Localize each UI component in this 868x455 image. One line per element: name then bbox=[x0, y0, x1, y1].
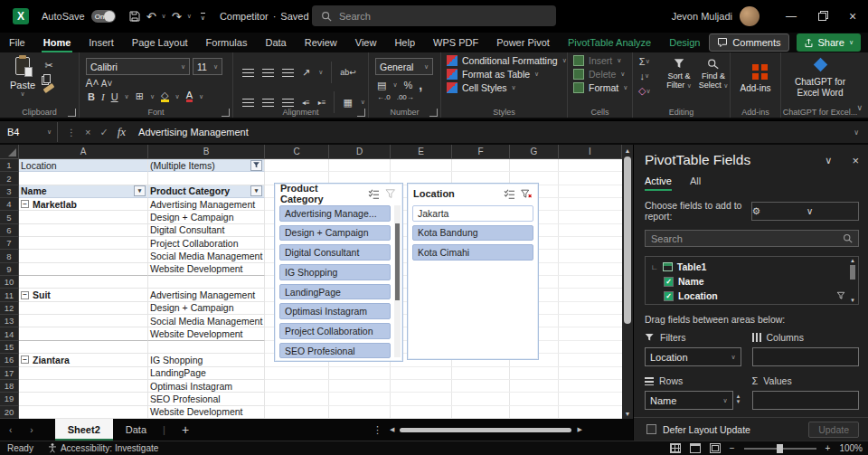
cell-a[interactable]: − ▾ bbox=[19, 367, 148, 380]
collapse-group-icon[interactable]: − bbox=[21, 355, 29, 364]
increase-decimal-icon[interactable]: ←.0 bbox=[377, 93, 391, 101]
ribbon-tab[interactable]: WPS PDF bbox=[424, 33, 487, 52]
cell-b[interactable]: ▾ bbox=[148, 276, 265, 289]
restore-button[interactable] bbox=[807, 0, 837, 33]
enter-icon[interactable]: ✓ bbox=[99, 127, 108, 138]
defer-checkbox[interactable] bbox=[646, 424, 656, 434]
column-header[interactable] bbox=[0, 145, 19, 158]
chevron-down-icon[interactable]: ∨ bbox=[722, 397, 727, 404]
row-number[interactable]: 5 bbox=[0, 211, 19, 223]
cell-b[interactable]: SEO Profesional ▾ bbox=[148, 393, 265, 405]
cell-a[interactable]: − Name ▾ bbox=[19, 185, 148, 198]
row-number[interactable]: 4 bbox=[0, 198, 19, 211]
row-number[interactable]: 10 bbox=[0, 276, 19, 289]
slicer-item[interactable]: Advertising Manage... bbox=[279, 205, 391, 222]
ribbon-tab[interactable]: Data bbox=[256, 33, 295, 52]
ribbon-tab[interactable]: File bbox=[0, 33, 34, 52]
row-number[interactable]: 14 bbox=[0, 327, 19, 340]
ribbon-tab[interactable]: View bbox=[346, 33, 386, 52]
cell-b[interactable]: Advertising Management ▾ bbox=[148, 289, 265, 301]
increase-indent-icon[interactable]: ▸≡ bbox=[318, 99, 326, 107]
cell-b[interactable]: Optimasi Instagram ▾ bbox=[148, 380, 265, 393]
cell-a[interactable]: − Suit ▾ bbox=[19, 289, 148, 301]
slicer-item[interactable]: IG Shopping bbox=[279, 264, 391, 280]
row-number[interactable]: 6 bbox=[0, 224, 19, 237]
borders-chevron-icon[interactable]: ∨ bbox=[150, 93, 155, 100]
merge-center-icon[interactable]: ▦ bbox=[343, 97, 352, 109]
cell-b[interactable]: IG Shopping ▾ bbox=[148, 354, 265, 366]
column-header[interactable]: I bbox=[559, 145, 622, 158]
row-number[interactable]: 3 bbox=[0, 185, 19, 198]
insert-function-icon[interactable]: fx bbox=[118, 125, 126, 139]
align-right-icon[interactable] bbox=[282, 99, 294, 107]
save-icon[interactable] bbox=[128, 10, 141, 23]
row-number[interactable]: 7 bbox=[0, 237, 19, 250]
chatgpt-button[interactable]: ChatGPT for Excel Word bbox=[781, 60, 859, 99]
collapse-group-icon[interactable]: − bbox=[21, 291, 29, 299]
cell-b[interactable]: Digital Consultant ▾ bbox=[148, 224, 265, 237]
cell-b[interactable]: Social Media Management ▾ bbox=[148, 315, 265, 327]
cells-menu-item[interactable]: Format ∨ bbox=[573, 82, 632, 93]
fill-color-icon[interactable]: ◇ bbox=[161, 90, 168, 102]
paste-button[interactable]: Paste ∨ bbox=[7, 57, 38, 108]
formula-bar-divider[interactable]: ⋮ bbox=[67, 128, 76, 137]
decrease-indent-icon[interactable]: ◂≡ bbox=[302, 99, 310, 107]
field-list-scrollbar[interactable]: ▲ ▼ bbox=[848, 258, 857, 303]
tools-button[interactable]: ⚙ ∨ bbox=[751, 202, 860, 221]
addins-button[interactable]: Add-ins bbox=[731, 62, 780, 93]
column-header[interactable]: C bbox=[265, 145, 329, 158]
slicer-item[interactable]: Project Collaboration bbox=[279, 323, 391, 339]
empty-cells[interactable] bbox=[265, 393, 622, 405]
underline-chevron-icon[interactable]: ∨ bbox=[125, 93, 129, 100]
number-dialog-launcher[interactable] bbox=[429, 109, 438, 117]
slicer-scrollbar[interactable] bbox=[394, 205, 401, 357]
slicer-item[interactable]: Kota Cimahi bbox=[412, 244, 533, 261]
comments-button[interactable]: Comments bbox=[709, 33, 788, 52]
share-chevron-icon[interactable]: ∨ bbox=[849, 39, 854, 46]
redo-chevron-icon[interactable]: ∨ bbox=[187, 13, 192, 20]
formula-input[interactable]: Advertising Management bbox=[138, 127, 249, 137]
cell-b[interactable]: Website Development ▾ bbox=[148, 406, 265, 419]
expand-formula-bar-icon[interactable]: ∨ bbox=[854, 128, 859, 137]
cell-a[interactable]: − ▾ bbox=[19, 315, 148, 327]
font-color-icon[interactable]: A bbox=[186, 90, 193, 102]
borders-icon[interactable]: ⊞ bbox=[136, 90, 144, 102]
autosave-toggle[interactable]: On bbox=[91, 10, 116, 23]
values-dropzone[interactable] bbox=[752, 391, 860, 410]
cancel-icon[interactable]: × bbox=[85, 127, 90, 137]
undo-icon[interactable]: ↶ bbox=[145, 10, 158, 24]
cell-a[interactable]: − ▾ bbox=[19, 327, 148, 340]
row-number[interactable]: 2 bbox=[0, 172, 19, 185]
collapse-icon[interactable]: ∟ bbox=[651, 263, 658, 271]
checkbox-icon[interactable]: ✓ bbox=[664, 291, 674, 301]
scroll-down-icon[interactable]: ▼ bbox=[622, 408, 633, 419]
paste-chevron-icon[interactable]: ∨ bbox=[20, 90, 24, 98]
column-header[interactable]: G bbox=[510, 145, 559, 158]
cell-a[interactable]: − ▾ bbox=[19, 302, 148, 315]
ribbon-tab[interactable]: Design bbox=[660, 33, 709, 52]
row-number[interactable]: 16 bbox=[0, 354, 19, 366]
multi-select-icon[interactable] bbox=[504, 189, 515, 199]
font-dialog-launcher[interactable] bbox=[222, 109, 230, 117]
scroll-up-icon[interactable]: ▲ bbox=[850, 258, 855, 263]
copy-icon[interactable] bbox=[43, 74, 51, 83]
font-size-select[interactable]: 11∨ bbox=[193, 58, 222, 75]
find-select-button[interactable]: Find &Select ∨ bbox=[698, 58, 729, 90]
chevron-down-icon[interactable]: ∨ bbox=[731, 354, 735, 361]
rows-field-chip[interactable]: Name ∨ bbox=[645, 391, 733, 410]
align-bottom-icon[interactable] bbox=[282, 69, 294, 77]
excel-logo-icon[interactable]: X bbox=[13, 8, 29, 24]
row-number[interactable]: 19 bbox=[0, 393, 19, 405]
ribbon-tab[interactable]: Formulas bbox=[197, 33, 257, 52]
clipboard-dialog-launcher[interactable] bbox=[68, 109, 76, 117]
multi-select-icon[interactable] bbox=[368, 189, 380, 199]
align-center-icon[interactable] bbox=[262, 99, 274, 107]
fields-search-input[interactable]: Search bbox=[645, 230, 859, 247]
cell-b[interactable]: Website Development ▾ bbox=[148, 327, 265, 340]
slicer-item[interactable]: Kota Bandung bbox=[412, 225, 533, 242]
slicer-item[interactable]: Optimasi Instagram bbox=[279, 303, 391, 319]
comma-style-icon[interactable]: , bbox=[419, 78, 422, 92]
panel-close-icon[interactable]: × bbox=[852, 154, 859, 167]
slicer-location[interactable]: Location JakartaKota BandungKota Cimahi bbox=[407, 183, 539, 360]
normal-view-icon[interactable] bbox=[670, 443, 681, 453]
